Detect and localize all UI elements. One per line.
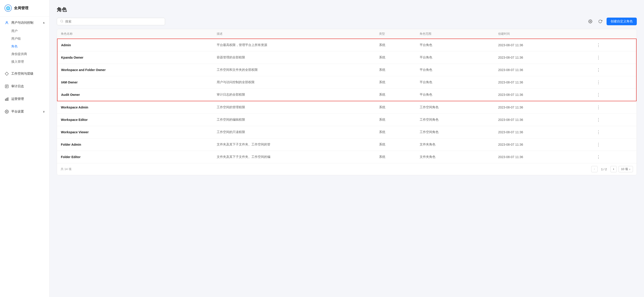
sidebar-item-access[interactable]: 接入管理 [11, 58, 50, 66]
more-actions-button[interactable]: ⋮ [594, 79, 602, 86]
role-time-cell: 2023-08-07 11:36 [494, 76, 591, 89]
logo-area: 🌐 全局管理 [0, 0, 50, 16]
search-box[interactable] [57, 18, 165, 25]
sidebar-item-ops[interactable]: 运营管理 [0, 94, 50, 104]
svg-rect-6 [5, 99, 6, 100]
role-name-cell: Admin [57, 39, 213, 52]
role-desc-cell: 平台最高权限，管理平台上所有资源 [213, 39, 376, 52]
role-desc-cell: 工作空间和文件夹的全部权限 [213, 64, 376, 76]
svg-marker-1 [5, 72, 8, 76]
create-custom-role-button[interactable]: 创建自定义角色 [606, 18, 637, 25]
sidebar-item-groups[interactable]: 用户组 [11, 35, 50, 42]
role-scope-cell: 平台角色 [416, 64, 494, 76]
role-desc-cell: 工作空间的只读权限 [213, 126, 376, 138]
refresh-btn[interactable] [597, 18, 604, 25]
role-scope-cell: 平台角色 [416, 76, 494, 89]
sidebar-audit-label: 审计日志 [11, 84, 24, 88]
page-title: 角色 [57, 6, 637, 13]
role-type-cell: 系统 [376, 89, 416, 101]
more-actions-button[interactable]: ⋮ [594, 129, 602, 135]
role-time-cell: 2023-08-07 11:36 [494, 101, 591, 114]
sidebar-item-users[interactable]: 用户 [11, 27, 50, 35]
role-action-cell: ⋮ [591, 39, 636, 52]
role-time-cell: 2023-08-07 11:36 [494, 114, 591, 126]
table-row: Workspace Editor工作空间的编辑权限系统工作空间角色2023-08… [57, 114, 636, 126]
pagination-total: 共 14 项 [61, 167, 72, 171]
role-action-cell: ⋮ [591, 52, 636, 64]
svg-point-0 [6, 22, 8, 23]
settings-btn[interactable] [587, 18, 594, 25]
role-scope-cell: 平台角色 [416, 39, 494, 52]
prev-page-button[interactable] [591, 166, 598, 172]
sidebar-item-iam[interactable]: 用户与访问控制 ∧ [0, 18, 50, 27]
sidebar-item-settings[interactable]: 平台设置 ∨ [0, 107, 50, 116]
more-actions-button[interactable]: ⋮ [594, 92, 602, 98]
logo-icon: 🌐 [4, 4, 12, 12]
sidebar-section-workspace: 工作空间与层级 [0, 68, 50, 80]
role-action-cell: ⋮ [591, 64, 636, 76]
role-desc-cell: 用户与访问控制的全部权限 [213, 76, 376, 89]
role-action-cell: ⋮ [591, 151, 636, 163]
svg-point-10 [61, 20, 63, 22]
more-actions-button[interactable]: ⋮ [594, 54, 602, 61]
more-actions-button[interactable]: ⋮ [594, 154, 602, 160]
role-type-cell: 系统 [376, 151, 416, 163]
search-input[interactable] [65, 20, 162, 23]
role-name-cell: IAM Owner [57, 76, 213, 89]
more-actions-button[interactable]: ⋮ [594, 42, 602, 48]
sidebar-item-audit[interactable]: 审计日志 [0, 82, 50, 91]
role-type-cell: 系统 [376, 64, 416, 76]
role-name-cell: Folder Admin [57, 138, 213, 151]
role-desc-cell: 工作空间的管理权限 [213, 101, 376, 114]
role-action-cell: ⋮ [591, 126, 636, 138]
table-header-row: 角色名称 描述 类型 角色范围 创建时间 [57, 29, 636, 39]
svg-point-9 [6, 111, 8, 112]
sidebar-section-ops: 运营管理 [0, 93, 50, 105]
role-type-cell: 系统 [376, 76, 416, 89]
sidebar-item-idp[interactable]: 身份提供商 [11, 50, 50, 58]
more-actions-button[interactable]: ⋮ [594, 142, 602, 148]
svg-rect-7 [6, 98, 7, 100]
role-time-cell: 2023-08-07 11:36 [494, 138, 591, 151]
more-actions-button[interactable]: ⋮ [594, 67, 602, 73]
sidebar-iam-sub: 用户 用户组 角色 身份提供商 接入管理 [0, 27, 50, 66]
sidebar-workspace-label: 工作空间与层级 [11, 72, 33, 76]
col-header-name: 角色名称 [57, 29, 213, 39]
role-action-cell: ⋮ [591, 114, 636, 126]
sidebar-section-iam: 用户与访问控制 ∧ 用户 用户组 角色 身份提供商 接入管理 [0, 16, 50, 68]
role-scope-cell: 工作空间角色 [416, 126, 494, 138]
sidebar-settings-label: 平台设置 [11, 110, 24, 114]
more-actions-button[interactable]: ⋮ [594, 104, 602, 110]
audit-icon [4, 84, 9, 89]
sidebar-section-settings: 平台设置 ∨ [0, 105, 50, 118]
more-actions-button[interactable]: ⋮ [594, 116, 602, 123]
table-row: IAM Owner用户与访问控制的全部权限系统平台角色2023-08-07 11… [57, 76, 636, 89]
sidebar: 🌐 全局管理 用户与访问控制 ∧ 用户 用户组 角色 身份提供商 接入管理 工作… [0, 0, 50, 297]
col-header-scope: 角色范围 [416, 29, 494, 39]
col-header-desc: 描述 [213, 29, 376, 39]
sidebar-item-roles[interactable]: 角色 [11, 42, 50, 50]
role-type-cell: 系统 [376, 52, 416, 64]
role-desc-cell: 文件夹及其下子文件夹、工作空间的管 [213, 138, 376, 151]
col-header-created: 创建时间 [494, 29, 591, 39]
table-row: Folder Admin文件夹及其下子文件夹、工作空间的管系统文件夹角色2023… [57, 138, 636, 151]
toolbar-right: 创建自定义角色 [587, 18, 637, 25]
role-name-cell: Kpanda Owner [57, 52, 213, 64]
next-page-button[interactable] [610, 166, 617, 172]
table-row: Kpanda Owner容器管理的全部权限系统平台角色2023-08-07 11… [57, 52, 636, 64]
table-row: Folder Editor文件夹及其下子文件夹、工作空间的编系统文件夹角色202… [57, 151, 636, 163]
role-desc-cell: 容器管理的全部权限 [213, 52, 376, 64]
sidebar-iam-label: 用户与访问控制 [11, 21, 33, 25]
role-name-cell: Workspace Editor [57, 114, 213, 126]
role-scope-cell: 文件夹角色 [416, 138, 494, 151]
main-content: 角色 创建自定义角色 [50, 0, 644, 297]
sidebar-section-audit: 审计日志 [0, 80, 50, 93]
table-row: Audit Owner审计日志的全部权限系统平台角色2023-08-07 11:… [57, 89, 636, 101]
sidebar-item-workspace[interactable]: 工作空间与层级 [0, 69, 50, 78]
page-size-select[interactable]: 10 项 ∨ [618, 166, 633, 172]
role-action-cell: ⋮ [591, 89, 636, 101]
table-body: Admin平台最高权限，管理平台上所有资源系统平台角色2023-08-07 11… [57, 39, 636, 163]
role-action-cell: ⋮ [591, 76, 636, 89]
table-row: Workspace Admin工作空间的管理权限系统工作空间角色2023-08-… [57, 101, 636, 114]
role-name-cell: Workspace Admin [57, 101, 213, 114]
